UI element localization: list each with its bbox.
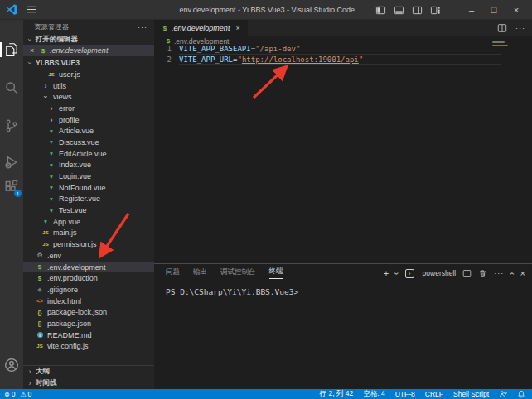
explorer-more-actions-icon[interactable]: ··· xyxy=(138,23,148,31)
terminal-prompt[interactable]: PS D:\CSharp\Yi\Yi.BBS.Vue3> xyxy=(166,287,298,296)
menu-hamburger-icon[interactable] xyxy=(27,4,37,15)
open-editor-item-env-development[interactable]: × $ .env.development xyxy=(23,45,154,56)
tree-item-Discuss.vue[interactable]: ▼Discuss.vue xyxy=(23,137,154,148)
tree-item-Test.vue[interactable]: ▼Test.vue xyxy=(23,204,154,216)
problems-errors-indicator[interactable]: ⊗ 0 xyxy=(4,390,15,398)
vue-file-icon: ▼ xyxy=(47,174,56,180)
timeline-section-header[interactable]: › 时间线 xyxy=(23,377,154,388)
tree-item-error[interactable]: ›error xyxy=(23,103,154,114)
close-editor-icon[interactable]: × xyxy=(30,46,36,55)
tree-item-label: package.json xyxy=(47,320,91,328)
tree-item-App.vue[interactable]: ▼App.vue xyxy=(23,216,154,228)
tree-item-index.html[interactable]: <>index.html xyxy=(23,296,154,307)
kill-terminal-trash-icon[interactable] xyxy=(478,269,487,278)
explorer-icon[interactable] xyxy=(4,42,19,57)
tree-item-label: .env xyxy=(47,252,61,260)
tree-item-label: permission.js xyxy=(53,240,97,248)
url-link[interactable]: http://localhost:19001/api xyxy=(242,55,359,64)
editor-more-actions-icon[interactable]: ··· xyxy=(515,24,525,32)
maximize-button[interactable]: □ xyxy=(486,5,501,15)
vue-file-icon: ▼ xyxy=(47,128,56,134)
tree-item-label: views xyxy=(53,93,72,101)
panel-more-actions-icon[interactable]: ··· xyxy=(494,269,504,277)
open-editor-label: .env.development xyxy=(50,46,108,55)
toggle-sidebar-icon[interactable] xyxy=(375,5,386,16)
tree-item-user.js[interactable]: JSuser.js xyxy=(23,69,154,80)
code-line-2[interactable]: 2VITE_APP_URL="http://localhost:19001/ap… xyxy=(154,54,532,65)
tree-item-main.js[interactable]: JSmain.js xyxy=(23,228,154,239)
tree-item-label: profile xyxy=(59,116,80,124)
js-file-icon: JS xyxy=(47,72,56,77)
minimap-line xyxy=(492,45,508,46)
split-terminal-icon[interactable] xyxy=(462,269,472,278)
tree-item-Index.vue[interactable]: ▼Index.vue xyxy=(23,160,154,171)
tree-item-permission.js[interactable]: JSpermission.js xyxy=(23,238,154,250)
indentation-indicator[interactable]: 空格: 4 xyxy=(363,389,384,399)
close-tab-icon[interactable]: × xyxy=(235,24,239,32)
tree-item-NotFound.vue[interactable]: ▼NotFound.vue xyxy=(23,182,154,194)
tab-env-development[interactable]: $ .env.development × xyxy=(154,20,248,36)
account-icon[interactable] xyxy=(4,358,19,373)
tree-item-utils[interactable]: ›utils xyxy=(23,80,154,92)
feedback-icon[interactable] xyxy=(499,390,507,398)
maximize-panel-chevron-icon[interactable]: › xyxy=(507,272,516,274)
tree-item-.env[interactable]: ⚙.env xyxy=(23,250,154,262)
tree-item-README.md[interactable]: iREADME.md xyxy=(23,329,154,341)
tree-item-.env.production[interactable]: $.env.production xyxy=(23,272,154,284)
eol-indicator[interactable]: CRLF xyxy=(425,390,443,398)
chevron-right-icon: › xyxy=(27,379,33,387)
title-bar: .env.development - Yi.BBS.Vue3 - Visual … xyxy=(0,0,532,20)
encoding-indicator[interactable]: UTF-8 xyxy=(395,390,415,398)
open-editors-section-header[interactable]: › 打开的编辑器 xyxy=(23,34,154,46)
tree-item-.gitignore[interactable]: ◆.gitignore xyxy=(23,284,154,296)
tree-item-package.json[interactable]: {}package.json xyxy=(23,318,154,329)
split-editor-icon[interactable] xyxy=(497,23,507,33)
terminal-shell-label[interactable]: powershell xyxy=(423,269,457,277)
code-line-1[interactable]: 1VITE_APP_BASEAPI="/api-dev" xyxy=(154,43,532,54)
tree-item-Register.vue[interactable]: ▼Register.vue xyxy=(23,194,154,205)
tree-item-label: .env.production xyxy=(47,274,98,282)
close-window-button[interactable]: × xyxy=(509,5,524,15)
tree-item-views[interactable]: ›views xyxy=(23,91,154,103)
minimap[interactable] xyxy=(492,41,510,48)
cursor-position-indicator[interactable]: 行 2, 列 42 xyxy=(320,389,354,399)
toggle-secondary-sidebar-icon[interactable] xyxy=(412,5,423,16)
panel-tab-调试控制台[interactable]: 调试控制台 xyxy=(220,267,256,279)
tree-item-package-lock.json[interactable]: {}package-lock.json xyxy=(23,306,154,318)
tree-item-vite.config.js[interactable]: JSvite.config.js xyxy=(23,341,154,353)
tree-item-Article.vue[interactable]: ▼Article.vue xyxy=(23,125,154,137)
run-debug-icon[interactable] xyxy=(4,155,19,170)
close-panel-icon[interactable]: × xyxy=(520,269,525,278)
chevron-down-icon: › xyxy=(41,93,50,101)
chevron-right-icon: › xyxy=(47,116,56,124)
chevron-down-icon: › xyxy=(26,36,34,43)
customize-layout-icon[interactable] xyxy=(430,5,441,16)
language-mode-indicator[interactable]: Shell Script xyxy=(453,390,489,398)
new-terminal-icon[interactable]: + xyxy=(384,269,389,278)
powershell-terminal-icon[interactable]: › xyxy=(405,269,414,278)
project-section-header[interactable]: › YI.BBS.VUE3 xyxy=(23,57,154,69)
tree-item-.env.development[interactable]: $.env.development xyxy=(23,262,154,273)
source-control-icon[interactable] xyxy=(4,118,19,133)
json-file-icon: {} xyxy=(36,320,44,326)
extensions-icon[interactable]: 1 xyxy=(4,180,19,195)
panel-tab-问题[interactable]: 问题 xyxy=(166,267,180,279)
tree-item-label: README.md xyxy=(47,331,92,339)
vue-file-icon: ▼ xyxy=(47,139,56,145)
panel-tab-输出[interactable]: 输出 xyxy=(193,267,207,279)
toggle-panel-icon[interactable] xyxy=(394,5,404,16)
explorer-sidebar: 资源管理器 ··· › 打开的编辑器 × $ .env.development … xyxy=(23,20,154,389)
line-number: 1 xyxy=(154,45,179,53)
tree-item-EditArticle.vue[interactable]: ▼EditArticle.vue xyxy=(23,148,154,160)
notifications-bell-icon[interactable] xyxy=(517,390,525,398)
outline-section-header[interactable]: › 大纲 xyxy=(23,365,154,377)
tree-item-profile[interactable]: ›profile xyxy=(23,114,154,126)
search-icon[interactable] xyxy=(4,80,19,95)
panel-tab-终端[interactable]: 终端 xyxy=(269,267,283,279)
tree-item-Login.vue[interactable]: ▼Login.vue xyxy=(23,171,154,182)
minimize-button[interactable]: – xyxy=(464,5,479,15)
tree-item-label: Test.vue xyxy=(59,206,87,214)
problems-warnings-indicator[interactable]: ⚠ 0 xyxy=(20,390,31,398)
terminal-dropdown-chevron-icon[interactable]: › xyxy=(392,272,401,274)
code-content[interactable]: 1VITE_APP_BASEAPI="/api-dev"2VITE_APP_UR… xyxy=(154,43,532,65)
